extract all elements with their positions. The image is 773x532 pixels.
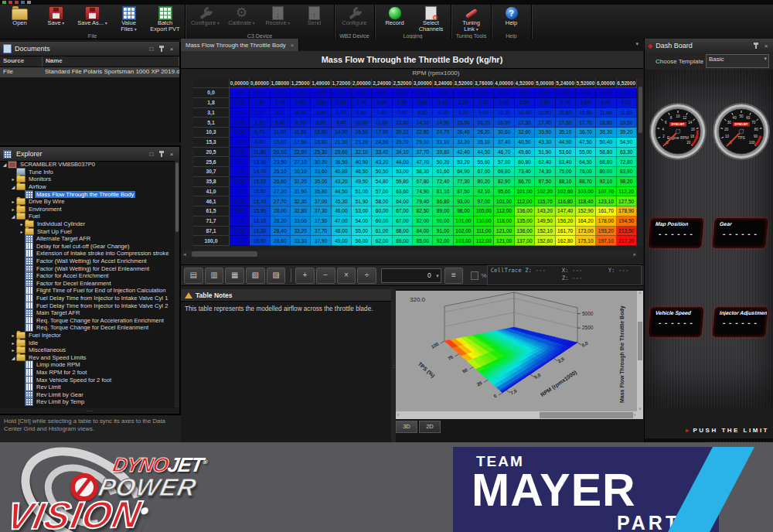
value-cell[interactable]: 3,30 [474, 98, 494, 108]
value-cell[interactable]: 82,50 [413, 206, 433, 217]
value-cell[interactable]: 88,10 [556, 177, 576, 187]
value-cell[interactable]: 89,00 [433, 206, 453, 217]
help-button[interactable]: ?Help [493, 5, 530, 33]
column-header[interactable]: 5,00000 [535, 79, 555, 88]
value-cell[interactable]: 0,00 [413, 88, 433, 98]
table-vertical-scrollbar[interactable] [638, 79, 643, 246]
batch-export-pvt-button[interactable]: Batch Export PVT [147, 5, 183, 33]
gear-display[interactable]: Gear - - - - - - [712, 218, 768, 248]
tree-item[interactable]: Mass Flow Through the Throttle Body [0, 190, 175, 198]
value-cell[interactable]: 82,90 [494, 177, 514, 187]
value-cell[interactable]: 28,20 [474, 128, 494, 138]
value-cell[interactable]: 7,40 [372, 108, 392, 118]
value-cell[interactable]: 49,50 [352, 177, 372, 187]
value-cell[interactable]: 55,00 [352, 227, 372, 237]
subtract-button[interactable]: − [316, 268, 335, 284]
value-cell[interactable]: 44,50 [332, 187, 352, 197]
cell-edit-button-4[interactable]: ▧ [246, 268, 265, 284]
value-cell[interactable]: 56,00 [352, 236, 372, 246]
value-cell[interactable]: 46,70 [494, 148, 514, 158]
value-cell[interactable]: 5,70 [332, 108, 352, 118]
value-cell[interactable]: 90,00 [433, 217, 453, 227]
value-cell[interactable]: 85,00 [413, 236, 433, 246]
row-header[interactable]: 10,3 [193, 128, 230, 138]
column-header[interactable]: 1,72000 [332, 79, 352, 88]
column-header[interactable]: 5,52000 [576, 79, 596, 88]
tree-item[interactable]: ▸Idle [0, 339, 175, 346]
value-cell[interactable]: 3,70 [556, 98, 576, 108]
chart-vertical-scrollbar[interactable]: ˄ ˅ [637, 291, 643, 411]
value-cell[interactable]: 53,60 [556, 148, 576, 158]
tree-item[interactable]: ▸Fuel Injector [0, 332, 175, 339]
value-cell[interactable]: 58,00 [372, 196, 392, 206]
value-cell[interactable]: 10,90 [576, 108, 596, 118]
value-cell[interactable]: 84,00 [413, 227, 433, 237]
value-cell[interactable]: 178,90 [617, 206, 637, 217]
column-header[interactable]: 3,52000 [454, 79, 474, 88]
value-cell[interactable]: 173,00 [576, 227, 596, 237]
value-cell[interactable]: 17,50 [291, 138, 311, 148]
value-cell[interactable]: 0,00 [230, 236, 250, 246]
value-cell[interactable]: 121,00 [494, 236, 514, 246]
value-cell[interactable]: 83,90 [617, 167, 637, 177]
column-header[interactable]: 4,00000 [494, 79, 514, 88]
value-cell[interactable]: 16,50 [352, 128, 372, 138]
value-cell[interactable]: 18,80 [596, 118, 616, 128]
value-cell[interactable]: 8,00 [311, 118, 331, 128]
value-cell[interactable]: 16,10 [250, 217, 270, 227]
value-cell[interactable]: 102,20 [535, 187, 555, 197]
value-cell[interactable]: 0,00 [494, 88, 514, 98]
vehicle-speed-display[interactable]: Vehicle Speed - - - - - - [648, 307, 703, 337]
quick-access-icon[interactable] [15, 1, 19, 4]
row-header[interactable]: 15,3 [193, 138, 230, 148]
value-cell[interactable]: 17,30 [515, 118, 535, 128]
tree-item[interactable]: ▸Environment [0, 206, 175, 213]
value-cell[interactable]: 61,60 [433, 167, 453, 177]
tree-collapsed-icon[interactable]: ▸ [10, 340, 16, 346]
value-cell[interactable]: 0,00 [352, 88, 372, 98]
percent-checkbox[interactable] [471, 271, 478, 280]
value-cell[interactable]: 81,10 [433, 187, 453, 197]
scroll-left-icon[interactable]: ‹ [397, 411, 399, 419]
explorer-titlebar[interactable]: Explorer □ × [0, 147, 179, 162]
tree-item[interactable]: ▸Monitors [0, 176, 175, 183]
value-cell[interactable]: 67,00 [393, 206, 413, 217]
value-cell[interactable]: 39,80 [433, 148, 453, 158]
value-cell[interactable]: 6,70 [250, 128, 270, 138]
value-cell[interactable]: 8,60 [413, 108, 433, 118]
value-cell[interactable]: 46,50 [352, 167, 372, 177]
value-cell[interactable]: 54,00 [352, 217, 372, 227]
value-cell[interactable]: 5,40 [271, 118, 291, 128]
value-cell[interactable]: 147,40 [556, 206, 576, 217]
table-notes-text[interactable]: This table represents the modelled airfl… [181, 302, 391, 316]
value-cell[interactable]: 17,70 [576, 118, 596, 128]
value-cell[interactable]: 27,20 [271, 187, 291, 197]
value-cell[interactable]: 72,80 [617, 157, 637, 167]
value-cell[interactable]: 0,00 [393, 88, 413, 98]
value-cell[interactable]: 97,00 [474, 196, 494, 206]
value-cell[interactable]: 0,00 [230, 196, 250, 206]
value-cell[interactable]: 63,60 [393, 187, 413, 197]
column-header[interactable]: 3,00000 [413, 79, 433, 88]
value-cell[interactable]: 55,00 [576, 148, 596, 158]
value-cell[interactable]: 39,20 [617, 128, 637, 138]
tree-item[interactable]: ◢SCRAMBLER VM8SB037P0 [0, 161, 175, 169]
value-cell[interactable]: 0,00 [433, 88, 453, 98]
value-cell[interactable]: 6,70 [291, 118, 311, 128]
column-header[interactable]: 1,08000 [271, 79, 291, 88]
multiply-button[interactable]: × [337, 268, 356, 284]
row-header[interactable]: 30,7 [193, 167, 230, 177]
value-cell[interactable]: 14,90 [332, 128, 352, 138]
column-header[interactable]: 2,52000 [393, 79, 413, 88]
value-cell[interactable]: 80,00 [596, 167, 616, 177]
value-cell[interactable]: 3,80 [576, 98, 596, 108]
pin-icon[interactable] [755, 43, 757, 49]
column-header[interactable]: 1,25000 [291, 79, 311, 88]
column-header[interactable]: 6,52000 [617, 79, 637, 88]
value-cell[interactable]: 44,90 [556, 138, 576, 148]
column-header[interactable]: 0,00000 [230, 79, 250, 88]
tree-expanded-icon[interactable]: ◢ [2, 162, 8, 167]
value-cell[interactable]: 175,10 [576, 236, 596, 246]
value-cell[interactable]: 213,50 [617, 227, 637, 237]
value-cell[interactable]: 64,00 [393, 196, 413, 206]
